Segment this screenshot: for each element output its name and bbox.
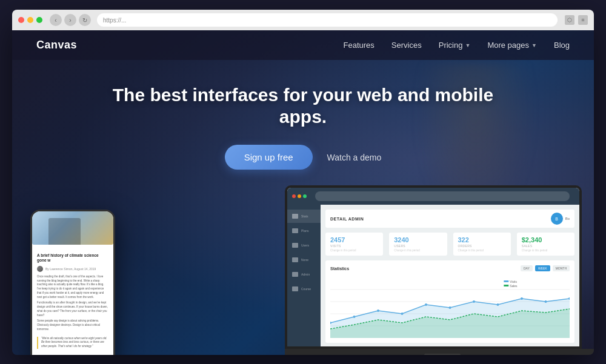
svg-point-12 xyxy=(521,297,523,300)
minimize-dot[interactable] xyxy=(27,17,33,23)
svg-text:Sales: Sales xyxy=(510,285,518,288)
share-icon[interactable]: ⬡ xyxy=(565,15,574,25)
svg-point-8 xyxy=(425,303,427,306)
phone-body-3: Some people say design is about solving … xyxy=(37,319,108,331)
close-dot[interactable] xyxy=(18,17,24,23)
stat-sales-label: SALES xyxy=(522,244,570,248)
nav-blog[interactable]: Blog xyxy=(554,41,570,50)
chart-btn-day[interactable]: DAY xyxy=(521,265,533,271)
stat-orders: 322 ORDERS Change in this period xyxy=(453,233,511,256)
refresh-button[interactable]: ↻ xyxy=(79,14,91,26)
phone-quote-text: "We're all naturally curious when we're … xyxy=(41,337,108,349)
admin-user-avatar: B xyxy=(551,213,563,225)
sidebar-stats-label: Stats xyxy=(301,214,308,218)
svg-point-9 xyxy=(449,306,451,309)
laptop-screen: Stats Plans Users xyxy=(285,185,582,349)
stat-visits: 2457 VISITS Change in this period xyxy=(325,233,383,256)
admin-main-content: DETAIL ADMIN B Bo xyxy=(321,205,579,346)
signup-button[interactable]: Sign up free xyxy=(225,145,313,170)
phone-mockup: A brief history of climate science gone … xyxy=(30,210,115,355)
maximize-dot[interactable] xyxy=(36,17,42,23)
laptop-screen-inner: Stats Plans Users xyxy=(287,188,579,346)
stat-users: 3240 USERS Change in this period xyxy=(389,233,447,256)
admin-sidebar: Stats Plans Users xyxy=(287,205,321,346)
nav-features[interactable]: Features xyxy=(344,41,375,50)
sidebar-item-none[interactable]: None xyxy=(287,253,321,266)
browser-actions: ⬡ ≡ xyxy=(565,15,588,25)
phone-body-1: Once reading the draft, that's one of th… xyxy=(37,275,108,300)
browser-toolbar: ‹ › ↻ https://... ⬡ ≡ xyxy=(12,10,594,30)
sidebar-item-users[interactable]: Users xyxy=(287,239,321,252)
phone-article-content: A brief history of climate science gone … xyxy=(32,248,113,354)
back-button[interactable]: ‹ xyxy=(50,14,62,26)
stat-sales-sub: Change in this period xyxy=(522,249,570,252)
admin-close-dot xyxy=(292,194,296,198)
stat-visits-sub: Change in this period xyxy=(330,249,378,252)
none-icon xyxy=(292,257,298,262)
stat-orders-value: 322 xyxy=(458,236,506,243)
stat-orders-label: ORDERS xyxy=(458,244,506,248)
admin-min-dot xyxy=(298,194,301,198)
demo-button[interactable]: Watch a demo xyxy=(327,153,382,162)
navbar: Canvas Features Services Pricing ▼ More … xyxy=(12,30,594,60)
hero-section: Canvas Features Services Pricing ▼ More … xyxy=(12,30,594,355)
chart-btn-month[interactable]: MONTH xyxy=(553,265,570,271)
sidebar-item-plans[interactable]: Plans xyxy=(287,224,321,237)
sidebar-none-label: None xyxy=(301,258,308,262)
course-icon xyxy=(292,286,298,291)
devices-area: A brief history of climate science gone … xyxy=(12,173,594,355)
browser-dots xyxy=(18,17,42,23)
pricing-dropdown-arrow: ▼ xyxy=(465,42,470,48)
admin-username: Bo xyxy=(565,217,570,220)
stat-visits-value: 2457 xyxy=(330,236,378,243)
sidebar-item-stats[interactable]: Stats xyxy=(287,210,321,223)
sidebar-users-label: Users xyxy=(301,243,309,247)
stat-sales: $2,340 SALES Change in this period xyxy=(517,233,574,256)
stats-icon xyxy=(292,214,298,219)
phone-hero-image xyxy=(32,211,113,245)
more-pages-dropdown-arrow: ▼ xyxy=(531,42,537,48)
users-icon xyxy=(292,243,298,248)
chart-svg: Visits Sales xyxy=(330,277,570,338)
phone-meta-text: By Lawrence Simon, August 14, 2019 xyxy=(45,267,96,271)
browser-window: ‹ › ↻ https://... ⬡ ≡ Canvas Features Se… xyxy=(12,10,594,355)
chart-btn-week[interactable]: WEEK xyxy=(535,265,550,271)
forward-button[interactable]: › xyxy=(64,14,76,26)
settings-icon[interactable]: ≡ xyxy=(578,15,588,25)
admin-addressbar xyxy=(315,191,570,201)
admin-dots xyxy=(292,194,307,198)
hero-title: The best interfaces for your web and mob… xyxy=(97,84,509,128)
nav-links: Features Services Pricing ▼ More pages ▼… xyxy=(344,41,570,50)
nav-pricing[interactable]: Pricing ▼ xyxy=(439,41,471,50)
phone-quote: "We're all naturally curious when we're … xyxy=(37,337,108,349)
admin-chart-section: Statistics DAY WEEK MONTH xyxy=(325,260,574,343)
phone-article-title: A brief history of climate science gone … xyxy=(37,253,108,263)
brand-logo: Canvas xyxy=(36,39,77,51)
phone-author-avatar xyxy=(37,266,43,272)
stat-visits-label: VISITS xyxy=(330,244,378,248)
admin-stats-row: 2457 VISITS Change in this period 3240 U… xyxy=(325,233,574,256)
phone-body-2: Functionality is an after thought in des… xyxy=(37,301,108,317)
svg-rect-17 xyxy=(504,285,508,286)
browser-nav-buttons: ‹ › ↻ xyxy=(50,14,91,26)
svg-point-7 xyxy=(401,313,404,315)
svg-point-13 xyxy=(545,300,547,303)
chart-container: Visits Sales xyxy=(330,277,570,338)
svg-text:Visits: Visits xyxy=(510,280,517,283)
nav-more-pages[interactable]: More pages ▼ xyxy=(487,41,537,50)
sidebar-item-course[interactable]: Course xyxy=(287,282,321,296)
laptop-base xyxy=(285,349,594,355)
sidebar-item-admin[interactable]: Admin xyxy=(287,268,321,281)
sidebar-plans-label: Plans xyxy=(301,229,309,233)
svg-rect-15 xyxy=(504,280,508,282)
stat-orders-sub: Change in this period xyxy=(458,249,506,252)
svg-point-11 xyxy=(497,303,499,306)
svg-point-5 xyxy=(353,316,356,318)
stat-users-sub: Change in this period xyxy=(394,249,442,252)
svg-point-6 xyxy=(377,309,379,312)
address-bar[interactable]: https://... xyxy=(97,13,558,27)
nav-services[interactable]: Services xyxy=(391,41,422,50)
admin-icon xyxy=(292,272,298,277)
sidebar-course-label: Course xyxy=(301,287,311,291)
website-content: Canvas Features Services Pricing ▼ More … xyxy=(12,30,594,355)
